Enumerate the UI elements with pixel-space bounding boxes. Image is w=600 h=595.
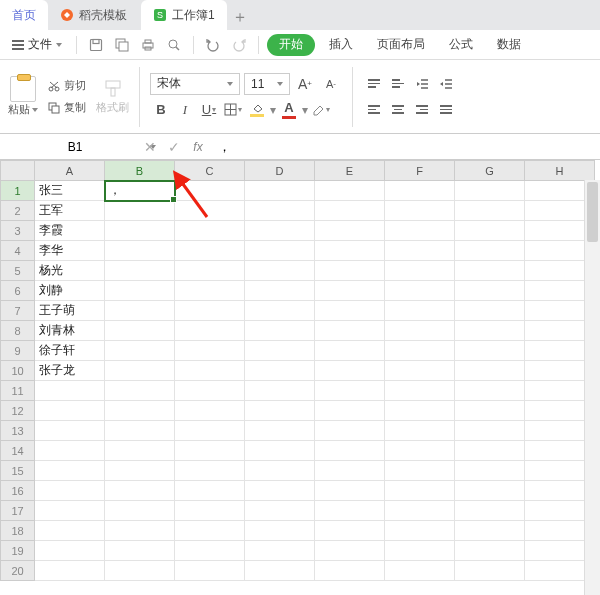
- row-header-18[interactable]: 18: [1, 521, 35, 541]
- cell-G2[interactable]: [455, 201, 525, 221]
- cell-G4[interactable]: [455, 241, 525, 261]
- row-header-11[interactable]: 11: [1, 381, 35, 401]
- cell-D17[interactable]: [245, 501, 315, 521]
- print-button[interactable]: [137, 34, 159, 56]
- cell-B3[interactable]: [105, 221, 175, 241]
- cell-G12[interactable]: [455, 401, 525, 421]
- fill-color-button[interactable]: [246, 99, 268, 121]
- cell-B1[interactable]: ，: [105, 181, 175, 201]
- cell-F14[interactable]: [385, 441, 455, 461]
- row-header-1[interactable]: 1: [1, 181, 35, 201]
- scrollbar-thumb[interactable]: [587, 182, 598, 242]
- cell-F1[interactable]: [385, 181, 455, 201]
- row-header-4[interactable]: 4: [1, 241, 35, 261]
- format-painter-icon[interactable]: [102, 78, 124, 100]
- tab-template[interactable]: 稻壳模板: [48, 0, 139, 30]
- cell-G3[interactable]: [455, 221, 525, 241]
- italic-button[interactable]: I: [174, 99, 196, 121]
- cell-B14[interactable]: [105, 441, 175, 461]
- cell-G18[interactable]: [455, 521, 525, 541]
- cell-D6[interactable]: [245, 281, 315, 301]
- copy-button[interactable]: 复制: [44, 98, 90, 118]
- cell-B8[interactable]: [105, 321, 175, 341]
- cell-G16[interactable]: [455, 481, 525, 501]
- row-header-2[interactable]: 2: [1, 201, 35, 221]
- cell-D2[interactable]: [245, 201, 315, 221]
- cell-C15[interactable]: [175, 461, 245, 481]
- column-header-G[interactable]: G: [455, 161, 525, 181]
- cell-E15[interactable]: [315, 461, 385, 481]
- column-header-F[interactable]: F: [385, 161, 455, 181]
- cell-F17[interactable]: [385, 501, 455, 521]
- cell-E3[interactable]: [315, 221, 385, 241]
- cell-C17[interactable]: [175, 501, 245, 521]
- cell-B13[interactable]: [105, 421, 175, 441]
- row-header-12[interactable]: 12: [1, 401, 35, 421]
- cell-F2[interactable]: [385, 201, 455, 221]
- cell-B9[interactable]: [105, 341, 175, 361]
- cell-B4[interactable]: [105, 241, 175, 261]
- save-as-button[interactable]: [111, 34, 133, 56]
- cell-G10[interactable]: [455, 361, 525, 381]
- tab-home[interactable]: 首页: [0, 0, 48, 30]
- bold-button[interactable]: B: [150, 99, 172, 121]
- cell-F16[interactable]: [385, 481, 455, 501]
- cell-C16[interactable]: [175, 481, 245, 501]
- cell-B7[interactable]: [105, 301, 175, 321]
- ribbon-tab-formulas[interactable]: 公式: [439, 30, 483, 60]
- cell-G9[interactable]: [455, 341, 525, 361]
- cell-G7[interactable]: [455, 301, 525, 321]
- font-name-combo[interactable]: 宋体: [150, 73, 240, 95]
- cell-G11[interactable]: [455, 381, 525, 401]
- formula-accept-button[interactable]: ✓: [162, 134, 186, 159]
- cell-F3[interactable]: [385, 221, 455, 241]
- cell-B17[interactable]: [105, 501, 175, 521]
- cell-B16[interactable]: [105, 481, 175, 501]
- cell-D10[interactable]: [245, 361, 315, 381]
- cell-E5[interactable]: [315, 261, 385, 281]
- align-middle-button[interactable]: [387, 73, 409, 95]
- cell-B6[interactable]: [105, 281, 175, 301]
- row-header-9[interactable]: 9: [1, 341, 35, 361]
- cell-C9[interactable]: [175, 341, 245, 361]
- save-button[interactable]: [85, 34, 107, 56]
- cell-E11[interactable]: [315, 381, 385, 401]
- cell-G20[interactable]: [455, 561, 525, 581]
- cell-A7[interactable]: 王子萌: [35, 301, 105, 321]
- cell-D11[interactable]: [245, 381, 315, 401]
- align-right-button[interactable]: [411, 99, 433, 121]
- cell-F8[interactable]: [385, 321, 455, 341]
- row-header-13[interactable]: 13: [1, 421, 35, 441]
- cell-B18[interactable]: [105, 521, 175, 541]
- cell-A1[interactable]: 张三: [35, 181, 105, 201]
- cell-G5[interactable]: [455, 261, 525, 281]
- cell-E2[interactable]: [315, 201, 385, 221]
- cell-D15[interactable]: [245, 461, 315, 481]
- tab-workbook-1[interactable]: S 工作簿1: [141, 0, 227, 30]
- cell-A19[interactable]: [35, 541, 105, 561]
- cell-G1[interactable]: [455, 181, 525, 201]
- row-header-3[interactable]: 3: [1, 221, 35, 241]
- cell-C19[interactable]: [175, 541, 245, 561]
- row-header-5[interactable]: 5: [1, 261, 35, 281]
- insert-function-button[interactable]: fx: [186, 134, 210, 159]
- cell-E18[interactable]: [315, 521, 385, 541]
- cell-A13[interactable]: [35, 421, 105, 441]
- font-color-button[interactable]: A: [278, 99, 300, 121]
- cell-E14[interactable]: [315, 441, 385, 461]
- cell-E7[interactable]: [315, 301, 385, 321]
- cell-G14[interactable]: [455, 441, 525, 461]
- cell-B5[interactable]: [105, 261, 175, 281]
- cell-F4[interactable]: [385, 241, 455, 261]
- cell-C1[interactable]: [175, 181, 245, 201]
- align-justify-button[interactable]: [435, 99, 457, 121]
- cell-E4[interactable]: [315, 241, 385, 261]
- column-header-C[interactable]: C: [175, 161, 245, 181]
- cell-F9[interactable]: [385, 341, 455, 361]
- row-header-8[interactable]: 8: [1, 321, 35, 341]
- cell-D16[interactable]: [245, 481, 315, 501]
- cell-A3[interactable]: 李霞: [35, 221, 105, 241]
- cell-C8[interactable]: [175, 321, 245, 341]
- tab-add-button[interactable]: ＋: [227, 4, 253, 30]
- column-header-B[interactable]: B: [105, 161, 175, 181]
